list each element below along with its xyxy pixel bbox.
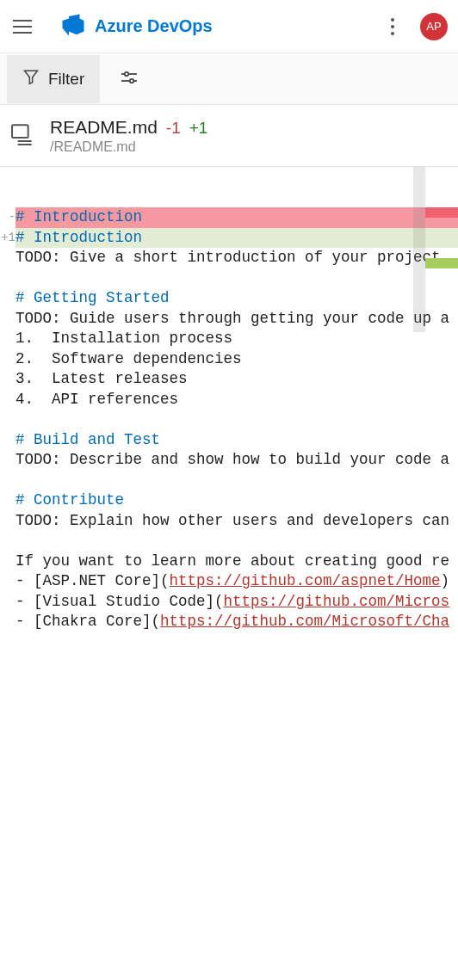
diff-line-content: If you want to learn more about creating…: [15, 552, 458, 572]
diff-gutter: [0, 450, 15, 471]
file-info: README.md -1 +1 /README.md: [50, 117, 207, 155]
diff-line-content: [15, 471, 458, 491]
diff-gutter: +1: [0, 228, 15, 249]
diff-gutter: [0, 490, 15, 511]
filter-button-label: Filter: [48, 70, 84, 89]
filter-button[interactable]: Filter: [7, 55, 100, 103]
diff-line-content: 2. Software dependencies: [15, 349, 458, 370]
diff-line-content: 4. API references: [15, 390, 458, 410]
diff-gutter: [0, 369, 15, 390]
svg-point-1: [125, 72, 128, 76]
diff-line: If you want to learn more about creating…: [0, 552, 458, 572]
brand[interactable]: Azure DevOps: [60, 12, 381, 41]
diff-gutter: [0, 268, 15, 289]
diff-line-content: TODO: Explain how other users and develo…: [15, 511, 458, 532]
file-header: README.md -1 +1 /README.md: [0, 105, 458, 167]
diff-view[interactable]: -# Introduction+1# Introduction TODO: Gi…: [0, 167, 458, 980]
diff-line: - [Chakra Core](https://github.com/Micro…: [0, 612, 458, 632]
diff-line-content: # Contribute: [15, 490, 458, 511]
more-menu-button[interactable]: [381, 15, 405, 39]
sliders-icon: [119, 67, 139, 90]
diff-line: [0, 268, 458, 289]
diff-line: 4. API references: [0, 390, 458, 410]
diff-gutter: [0, 592, 15, 613]
diff-line: - [ASP.NET Core](https://github.com/aspn…: [0, 571, 458, 592]
diff-line-content: - [Visual Studio Code](https://github.co…: [15, 592, 458, 613]
diff-line-content: - [ASP.NET Core](https://github.com/aspn…: [15, 571, 458, 592]
app-header: Azure DevOps AP: [0, 0, 458, 53]
diff-gutter: [0, 430, 15, 451]
diff-gutter: [0, 390, 15, 410]
diff-line-content: TODO: Describe and show how to build you…: [15, 450, 458, 471]
diff-line: # Build and Test: [0, 430, 458, 451]
diff-gutter: [0, 571, 15, 592]
diff-line: 1. Installation process: [0, 329, 458, 349]
diff-line-content: TODO: Give a short introduction of your …: [15, 248, 458, 268]
diff-line: [0, 410, 458, 430]
diff-line: - [Visual Studio Code](https://github.co…: [0, 592, 458, 613]
diff-line-content: [15, 268, 458, 289]
diff-line: # Contribute: [0, 490, 458, 511]
diff-gutter: [0, 471, 15, 491]
toolbar: Filter: [0, 53, 458, 105]
diff-gutter: [0, 248, 15, 268]
diff-line: TODO: Give a short introduction of your …: [0, 248, 458, 268]
diff-line: TODO: Describe and show how to build you…: [0, 450, 458, 471]
diff-gutter: [0, 329, 15, 349]
diff-gutter: [0, 552, 15, 572]
diff-line-content: # Introduction: [15, 207, 458, 228]
diff-line: # Getting Started: [0, 288, 458, 309]
diff-line: TODO: Explain how other users and develo…: [0, 511, 458, 532]
diff-line-content: # Getting Started: [15, 288, 458, 309]
file-diff-icon: [9, 120, 36, 151]
svg-point-3: [130, 79, 133, 83]
funnel-icon: [22, 68, 40, 89]
diff-line-content: # Build and Test: [15, 430, 458, 451]
azure-devops-logo-icon: [60, 12, 86, 41]
minimap[interactable]: [425, 167, 458, 980]
diff-line-content: 1. Installation process: [15, 329, 458, 349]
diff-gutter: [0, 531, 15, 552]
diff-line: 2. Software dependencies: [0, 349, 458, 370]
diff-line: [0, 531, 458, 552]
scrollbar-thumb[interactable]: [413, 167, 425, 332]
hamburger-menu-button[interactable]: [10, 15, 34, 39]
diff-line-content: # Introduction: [15, 228, 458, 249]
diff-line: +1# Introduction: [0, 228, 458, 249]
diff-line-content: [15, 531, 458, 552]
diff-gutter: [0, 511, 15, 532]
diff-gutter: [0, 309, 15, 330]
diff-line-content: - [Chakra Core](https://github.com/Micro…: [15, 612, 458, 632]
brand-text: Azure DevOps: [95, 16, 213, 36]
diff-gutter: -: [0, 207, 15, 228]
diff-line: -# Introduction: [0, 207, 458, 228]
file-name: README.md: [50, 117, 158, 138]
lines-added-count: +1: [189, 119, 208, 138]
diff-gutter: [0, 288, 15, 309]
svg-rect-4: [12, 125, 28, 138]
diff-gutter: [0, 410, 15, 430]
avatar[interactable]: AP: [420, 13, 448, 40]
diff-line-content: 3. Latest releases: [15, 369, 458, 390]
diff-line-content: [15, 410, 458, 430]
diff-line: TODO: Guide users through getting your c…: [0, 309, 458, 330]
diff-settings-button[interactable]: [107, 55, 152, 103]
diff-line: 3. Latest releases: [0, 369, 458, 390]
file-path: /README.md: [50, 139, 207, 155]
diff-line: [0, 471, 458, 491]
diff-gutter: [0, 349, 15, 370]
lines-removed-count: -1: [166, 119, 181, 138]
diff-gutter: [0, 612, 15, 632]
diff-line-content: TODO: Guide users through getting your c…: [15, 309, 458, 330]
